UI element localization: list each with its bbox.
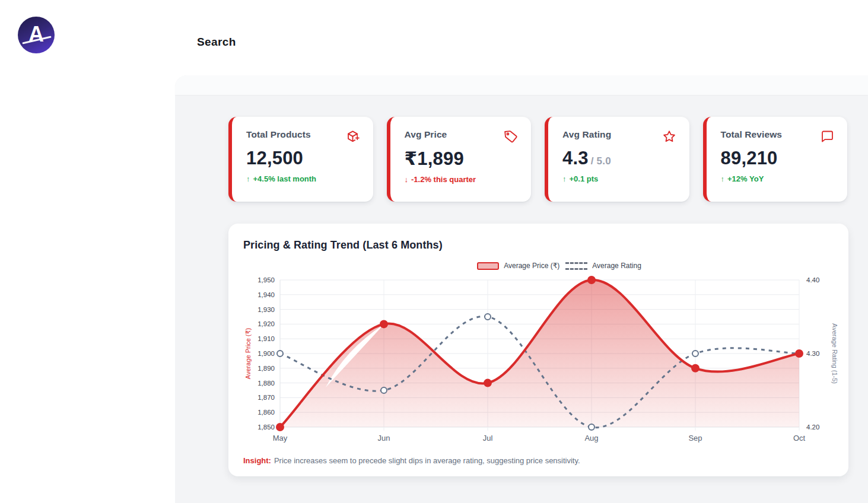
stat-card-avg-rating: Avg Rating 4.3/ 5.0 ↑+0.1 pts bbox=[545, 117, 689, 202]
legend-item-average-price[interactable]: Average Price (₹) bbox=[477, 262, 559, 270]
stat-card-total-products: Total Products 12,500 ↑+4.5% last month bbox=[228, 117, 373, 202]
search-control[interactable]: Search bbox=[197, 36, 236, 49]
svg-text:Sep: Sep bbox=[688, 434, 702, 442]
chart-legend: Average Price (₹) Average Rating bbox=[279, 261, 840, 270]
svg-text:Jun: Jun bbox=[378, 434, 390, 442]
stat-delta: ↑+4.5% last month bbox=[246, 174, 360, 183]
stat-label: Total Products bbox=[246, 129, 311, 140]
chart-insight: Insight:Price increases seem to precede … bbox=[243, 456, 840, 465]
price-series-swatch bbox=[477, 262, 499, 270]
trend-chart-svg: 1,9501,9401,9301,9201,9101,9001,8901,880… bbox=[243, 270, 840, 456]
svg-text:Average Rating (1-5): Average Rating (1-5) bbox=[831, 323, 838, 384]
arrow-up-icon: ↑ bbox=[562, 174, 567, 183]
stat-delta: ↓-1.2% this quarter bbox=[405, 175, 519, 184]
insight-text: Price increases seem to precede slight d… bbox=[274, 456, 580, 465]
dashboard-page: A Search Total Products 12,500 bbox=[0, 0, 868, 503]
stat-value: 4.3/ 5.0 bbox=[562, 148, 676, 169]
legend-label: Average Price (₹) bbox=[504, 262, 559, 270]
message-icon bbox=[820, 129, 834, 144]
stat-label: Avg Rating bbox=[562, 129, 611, 140]
trend-chart-card: Pricing & Rating Trend (Last 6 Months) A… bbox=[228, 224, 848, 476]
tag-icon bbox=[504, 129, 518, 144]
svg-text:4.30: 4.30 bbox=[806, 350, 819, 357]
svg-text:Aug: Aug bbox=[584, 434, 598, 442]
svg-text:1,910: 1,910 bbox=[257, 335, 275, 342]
star-icon bbox=[662, 129, 676, 144]
stat-value: 89,210 bbox=[721, 148, 835, 169]
stat-delta: ↑+12% YoY bbox=[721, 174, 835, 183]
legend-label: Average Rating bbox=[592, 262, 641, 270]
stat-label: Avg Price bbox=[405, 129, 447, 140]
stat-card-total-reviews: Total Reviews 89,210 ↑+12% YoY bbox=[703, 117, 848, 202]
stat-value: 12,500 bbox=[246, 148, 360, 169]
svg-text:1,880: 1,880 bbox=[257, 380, 275, 387]
content-panel: Total Products 12,500 ↑+4.5% last month bbox=[175, 75, 868, 503]
panel-top-strip bbox=[175, 75, 868, 95]
chart-title: Pricing & Rating Trend (Last 6 Months) bbox=[243, 239, 840, 252]
stat-value-suffix: / 5.0 bbox=[591, 155, 611, 167]
svg-text:1,950: 1,950 bbox=[257, 276, 275, 284]
svg-text:May: May bbox=[273, 434, 288, 442]
svg-text:Oct: Oct bbox=[793, 434, 806, 442]
stat-cards-row: Total Products 12,500 ↑+4.5% last month bbox=[228, 117, 847, 202]
stat-card-avg-price: Avg Price ₹1,899 ↓-1.2% this quarter bbox=[387, 117, 532, 202]
stat-label: Total Reviews bbox=[721, 129, 783, 140]
app-logo: A bbox=[18, 17, 55, 53]
svg-text:Jul: Jul bbox=[483, 434, 493, 442]
svg-text:4.40: 4.40 bbox=[806, 276, 819, 284]
svg-text:Average Price (₹): Average Price (₹) bbox=[244, 328, 252, 379]
arrow-up-icon: ↑ bbox=[721, 174, 725, 183]
rating-series-swatch bbox=[565, 262, 587, 270]
svg-text:1,860: 1,860 bbox=[257, 409, 275, 416]
svg-text:1,870: 1,870 bbox=[257, 394, 275, 401]
package-plus-icon bbox=[346, 129, 360, 144]
stat-value: ₹1,899 bbox=[405, 148, 519, 170]
svg-text:1,900: 1,900 bbox=[257, 350, 275, 357]
svg-text:1,890: 1,890 bbox=[257, 365, 275, 372]
stat-delta: ↑+0.1 pts bbox=[562, 174, 676, 183]
insight-label: Insight: bbox=[243, 456, 271, 465]
legend-item-average-rating[interactable]: Average Rating bbox=[565, 262, 641, 270]
svg-text:1,850: 1,850 bbox=[257, 424, 275, 431]
arrow-up-icon: ↑ bbox=[246, 174, 250, 183]
svg-text:1,930: 1,930 bbox=[257, 306, 275, 313]
arrow-down-icon: ↓ bbox=[405, 175, 409, 184]
svg-text:4.20: 4.20 bbox=[806, 424, 819, 431]
svg-text:1,920: 1,920 bbox=[257, 320, 275, 327]
svg-text:1,940: 1,940 bbox=[257, 291, 275, 298]
